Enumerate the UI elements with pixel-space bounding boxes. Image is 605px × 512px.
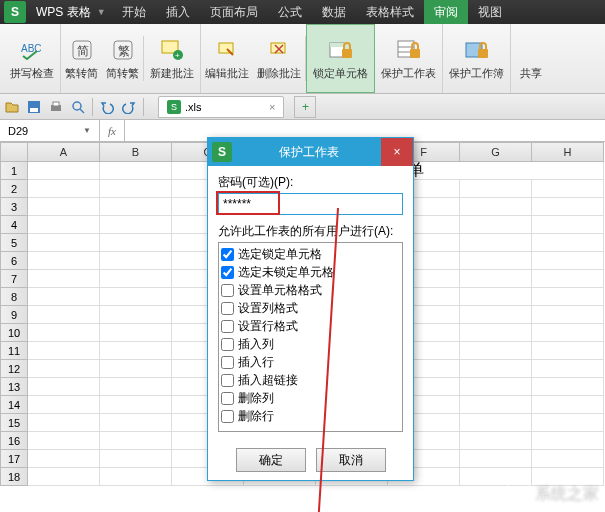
cell[interactable] xyxy=(460,306,532,324)
cell[interactable] xyxy=(532,324,604,342)
name-box[interactable]: D29 ▼ xyxy=(0,120,100,141)
cell[interactable] xyxy=(100,396,172,414)
save-icon[interactable] xyxy=(26,99,42,115)
document-tab[interactable]: S .xls × xyxy=(158,96,284,118)
cell[interactable] xyxy=(460,288,532,306)
open-icon[interactable] xyxy=(4,99,20,115)
cell[interactable] xyxy=(460,234,532,252)
cell[interactable] xyxy=(532,342,604,360)
row-header[interactable]: 18 xyxy=(0,468,28,486)
cell[interactable] xyxy=(28,252,100,270)
cell[interactable] xyxy=(460,324,532,342)
cell[interactable] xyxy=(100,306,172,324)
cell[interactable] xyxy=(28,450,100,468)
cell[interactable] xyxy=(532,450,604,468)
dropdown-icon[interactable]: ▼ xyxy=(83,126,91,135)
cell[interactable] xyxy=(532,234,604,252)
cell[interactable] xyxy=(532,414,604,432)
permission-item[interactable]: 插入行 xyxy=(221,353,400,371)
cell[interactable] xyxy=(100,216,172,234)
ribbon-edit-comment[interactable]: 编辑批注 xyxy=(201,36,253,81)
permission-item[interactable]: 设置行格式 xyxy=(221,317,400,335)
menu-tab-1[interactable]: 插入 xyxy=(156,0,200,24)
cell[interactable] xyxy=(100,342,172,360)
row-header[interactable]: 10 xyxy=(0,324,28,342)
fx-icon[interactable]: fx xyxy=(100,125,124,137)
cell[interactable] xyxy=(28,162,100,180)
cell[interactable] xyxy=(100,198,172,216)
cell[interactable] xyxy=(460,252,532,270)
cell[interactable] xyxy=(28,306,100,324)
ribbon-to-traditional[interactable]: 繁 简转繁 xyxy=(102,36,143,81)
permission-checkbox[interactable] xyxy=(221,284,234,297)
row-header[interactable]: 13 xyxy=(0,378,28,396)
permission-checkbox[interactable] xyxy=(221,356,234,369)
cell[interactable] xyxy=(100,450,172,468)
row-header[interactable]: 17 xyxy=(0,450,28,468)
cell[interactable] xyxy=(460,270,532,288)
row-header[interactable]: 16 xyxy=(0,432,28,450)
ribbon-new-comment[interactable]: + 新建批注 xyxy=(144,24,201,93)
print-icon[interactable] xyxy=(48,99,64,115)
row-header[interactable]: 2 xyxy=(0,180,28,198)
cell[interactable] xyxy=(28,324,100,342)
add-tab-button[interactable]: + xyxy=(294,96,316,118)
cell[interactable] xyxy=(28,288,100,306)
row-header[interactable]: 12 xyxy=(0,360,28,378)
row-header[interactable]: 6 xyxy=(0,252,28,270)
permission-item[interactable]: 设置列格式 xyxy=(221,299,400,317)
row-header[interactable]: 7 xyxy=(0,270,28,288)
menu-tab-5[interactable]: 表格样式 xyxy=(356,0,424,24)
cell[interactable] xyxy=(100,252,172,270)
cell[interactable] xyxy=(28,234,100,252)
permission-item[interactable]: 插入列 xyxy=(221,335,400,353)
cell[interactable] xyxy=(460,432,532,450)
permission-checkbox[interactable] xyxy=(221,248,234,261)
cell[interactable] xyxy=(100,468,172,486)
col-header[interactable]: H xyxy=(532,142,604,162)
permission-item[interactable]: 删除行 xyxy=(221,407,400,425)
cell[interactable] xyxy=(460,198,532,216)
ribbon-protect-sheet[interactable]: 保护工作表 xyxy=(375,24,443,93)
permission-checkbox[interactable] xyxy=(221,320,234,333)
cell[interactable] xyxy=(460,360,532,378)
cell[interactable] xyxy=(28,198,100,216)
permissions-list[interactable]: 选定锁定单元格选定未锁定单元格设置单元格格式设置列格式设置行格式插入列插入行插入… xyxy=(218,242,403,432)
cell[interactable] xyxy=(28,270,100,288)
cell[interactable] xyxy=(460,180,532,198)
menu-tab-6[interactable]: 审阅 xyxy=(424,0,468,24)
cell[interactable] xyxy=(28,468,100,486)
menu-tab-3[interactable]: 公式 xyxy=(268,0,312,24)
row-header[interactable]: 15 xyxy=(0,414,28,432)
dialog-close-button[interactable]: × xyxy=(381,138,413,166)
col-header[interactable]: G xyxy=(460,142,532,162)
close-tab-icon[interactable]: × xyxy=(269,101,275,113)
col-header[interactable]: B xyxy=(100,142,172,162)
permission-checkbox[interactable] xyxy=(221,338,234,351)
cell[interactable] xyxy=(532,198,604,216)
row-header[interactable]: 11 xyxy=(0,342,28,360)
cell[interactable] xyxy=(532,360,604,378)
row-header[interactable]: 3 xyxy=(0,198,28,216)
cell[interactable] xyxy=(28,396,100,414)
cell[interactable] xyxy=(28,216,100,234)
permission-item[interactable]: 选定未锁定单元格 xyxy=(221,263,400,281)
cell[interactable] xyxy=(28,414,100,432)
cancel-button[interactable]: 取消 xyxy=(316,448,386,472)
permission-item[interactable]: 插入超链接 xyxy=(221,371,400,389)
row-header[interactable]: 9 xyxy=(0,306,28,324)
permission-checkbox[interactable] xyxy=(221,410,234,423)
cell[interactable] xyxy=(28,342,100,360)
redo-icon[interactable] xyxy=(121,99,137,115)
cell[interactable] xyxy=(100,288,172,306)
cell[interactable] xyxy=(28,378,100,396)
row-header[interactable]: 4 xyxy=(0,216,28,234)
cell[interactable] xyxy=(100,378,172,396)
cell[interactable] xyxy=(100,270,172,288)
permission-item[interactable]: 设置单元格格式 xyxy=(221,281,400,299)
menu-tab-2[interactable]: 页面布局 xyxy=(200,0,268,24)
cell[interactable] xyxy=(28,360,100,378)
permission-checkbox[interactable] xyxy=(221,266,234,279)
ribbon-lock-cell[interactable]: 锁定单元格 xyxy=(306,24,375,93)
password-input[interactable] xyxy=(218,193,403,215)
